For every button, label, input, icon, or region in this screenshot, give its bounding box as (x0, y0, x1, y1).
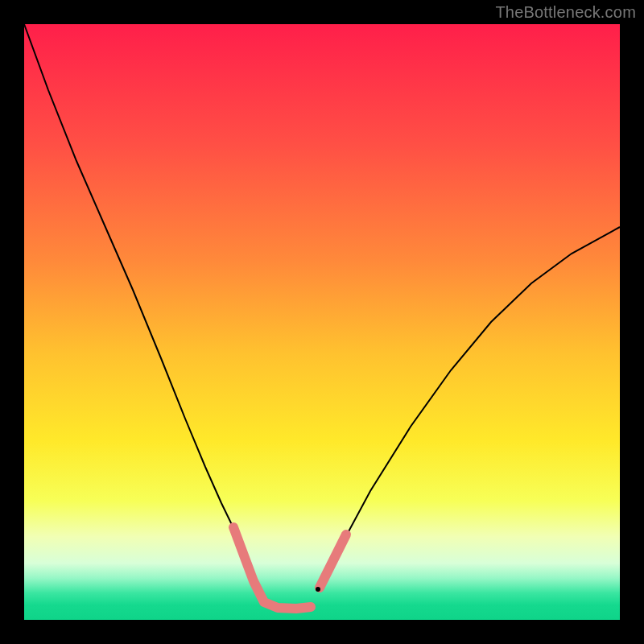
watermark-text: TheBottleneck.com (495, 3, 636, 22)
plot-background (24, 24, 620, 620)
chart-stage: TheBottleneck.com (0, 0, 644, 644)
min-point-marker (316, 587, 320, 592)
bottleneck-chart (0, 0, 644, 644)
